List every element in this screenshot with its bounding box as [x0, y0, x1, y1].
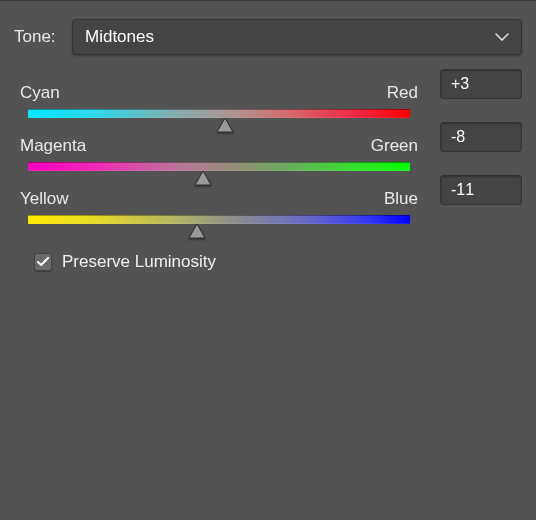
- slider-value-input[interactable]: [451, 75, 521, 93]
- slider-value-box[interactable]: [440, 69, 522, 99]
- slider-group: YellowBlue: [14, 189, 522, 224]
- gradient-track: [28, 162, 410, 171]
- slider-group: CyanRed: [14, 83, 522, 118]
- tone-label: Tone:: [14, 27, 62, 47]
- slider-labels: YellowBlue: [18, 189, 420, 209]
- slider-track[interactable]: [18, 109, 420, 118]
- slider-right-label: Red: [387, 83, 418, 103]
- chevron-down-icon: [495, 33, 509, 41]
- gradient-track: [28, 215, 410, 224]
- slider-value-box[interactable]: [440, 175, 522, 205]
- sliders-container: CyanRedMagentaGreenYellowBlue: [14, 83, 522, 224]
- tone-row: Tone: Midtones: [14, 19, 522, 55]
- slider-left-label: Magenta: [20, 136, 86, 156]
- slider-value-box[interactable]: [440, 122, 522, 152]
- slider-right-label: Blue: [384, 189, 418, 209]
- preserve-luminosity-checkbox[interactable]: [34, 253, 52, 271]
- tone-select[interactable]: Midtones: [72, 19, 522, 55]
- slider-labels: CyanRed: [18, 83, 420, 103]
- preserve-luminosity-row[interactable]: Preserve Luminosity: [34, 252, 522, 272]
- slider-track[interactable]: [18, 162, 420, 171]
- slider-left-label: Yellow: [20, 189, 69, 209]
- color-balance-panel: Tone: Midtones CyanRedMagentaGreenYellow…: [0, 1, 536, 282]
- slider-group: MagentaGreen: [14, 136, 522, 171]
- slider-value-input[interactable]: [451, 181, 521, 199]
- tone-selected-value: Midtones: [85, 27, 154, 47]
- slider-left-label: Cyan: [20, 83, 60, 103]
- slider-right-label: Green: [371, 136, 418, 156]
- slider-track[interactable]: [18, 215, 420, 224]
- slider-value-input[interactable]: [451, 128, 521, 146]
- check-icon: [37, 257, 49, 267]
- preserve-luminosity-label: Preserve Luminosity: [62, 252, 216, 272]
- slider-labels: MagentaGreen: [18, 136, 420, 156]
